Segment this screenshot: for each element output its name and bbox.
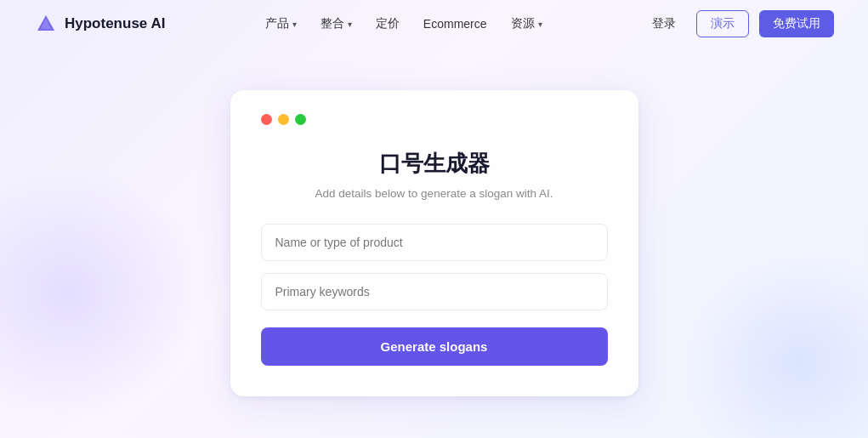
- nav-item-pricing-label: 定价: [376, 16, 400, 31]
- chevron-down-icon: ▾: [348, 20, 352, 29]
- nav-links: 产品 ▾ 整合 ▾ 定价 Ecommerce 资源 ▾: [265, 16, 542, 31]
- chevron-down-icon: ▾: [292, 20, 297, 29]
- logo-text: Hypotenuse AI: [65, 15, 165, 32]
- nav-item-pricing[interactable]: 定价: [376, 16, 400, 31]
- nav-item-products-label: 产品: [265, 16, 289, 31]
- primary-keywords-input[interactable]: [261, 273, 608, 310]
- window-minimize-dot: [278, 114, 289, 125]
- window-close-dot: [261, 114, 272, 125]
- nav-item-products[interactable]: 产品 ▾: [265, 16, 297, 31]
- nav-item-ecommerce[interactable]: Ecommerce: [423, 17, 487, 31]
- logo-icon: [34, 12, 58, 36]
- nav-item-resources-label: 资源: [511, 16, 535, 31]
- free-trial-button[interactable]: 免费试用: [759, 10, 834, 37]
- nav-item-integrations[interactable]: 整合 ▾: [321, 16, 352, 31]
- generate-slogans-button[interactable]: Generate slogans: [261, 327, 608, 366]
- card-subtitle: Add details below to generate a slogan w…: [261, 187, 608, 200]
- nav-item-integrations-label: 整合: [321, 16, 344, 31]
- main-content: 口号生成器 Add details below to generate a sl…: [0, 48, 868, 438]
- nav-item-resources[interactable]: 资源 ▾: [511, 16, 542, 31]
- demo-button[interactable]: 演示: [696, 10, 749, 37]
- chevron-down-icon: ▾: [538, 20, 542, 29]
- window-controls: [261, 114, 608, 125]
- card-title: 口号生成器: [261, 149, 608, 179]
- nav-item-ecommerce-label: Ecommerce: [423, 17, 487, 31]
- window-maximize-dot: [295, 114, 306, 125]
- slogan-generator-card: 口号生成器 Add details below to generate a sl…: [230, 90, 638, 396]
- nav-actions: 登录 演示 免费试用: [642, 10, 834, 37]
- login-button[interactable]: 登录: [642, 11, 686, 37]
- product-name-input[interactable]: [261, 224, 608, 261]
- navbar: Hypotenuse AI 产品 ▾ 整合 ▾ 定价 Ecommerce 资源 …: [0, 0, 868, 48]
- logo[interactable]: Hypotenuse AI: [34, 12, 165, 36]
